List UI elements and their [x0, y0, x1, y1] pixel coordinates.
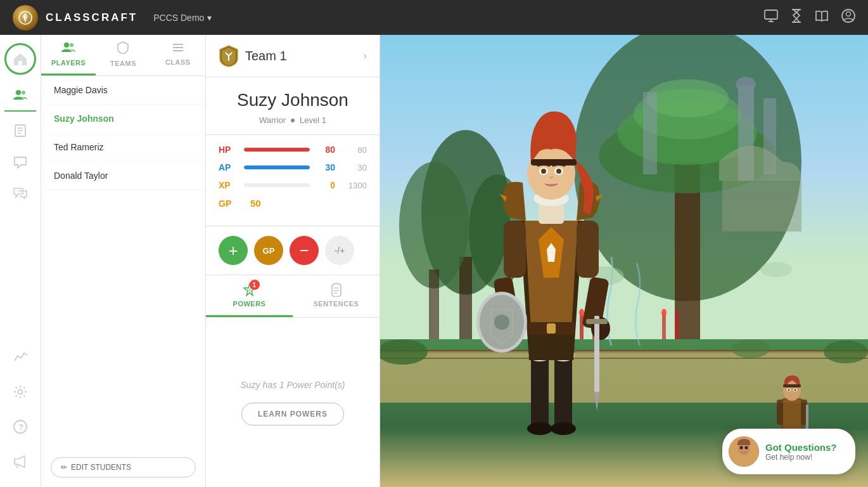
svg-point-50 — [732, 339, 770, 358]
svg-rect-73 — [586, 319, 608, 324]
help-bubble[interactable]: Got Questions? Get help now! — [722, 429, 855, 474]
powers-content: Suzy has 1 Power Point(s) LEARN POWERS — [206, 318, 380, 487]
user-profile-icon[interactable] — [841, 9, 855, 26]
sidebar-item-analytics[interactable] — [4, 341, 36, 373]
demo-selector[interactable]: PCCS Demo ▾ — [153, 13, 212, 23]
tab-players[interactable]: PLAYERS — [41, 35, 96, 75]
hp-max: 80 — [341, 145, 367, 155]
sub-tab-powers[interactable]: 1 POWERS — [206, 275, 293, 317]
svg-rect-67 — [577, 221, 599, 278]
svg-point-18 — [70, 43, 73, 47]
svg-point-65 — [551, 422, 576, 435]
svg-point-17 — [64, 42, 69, 48]
svg-point-58 — [661, 309, 667, 316]
stats-section: HP 80 80 AP 30 30 XP 0 — [206, 135, 380, 226]
sidebar: ? — [0, 35, 41, 487]
powers-tab-label: POWERS — [233, 300, 266, 308]
help-sub-text: Get help now! — [765, 453, 837, 462]
xp-max: 1300 — [341, 181, 367, 190]
svg-rect-36 — [722, 181, 801, 231]
ap-current: 30 — [316, 162, 335, 172]
help-main-text: Got Questions? — [765, 442, 837, 453]
svg-rect-59 — [675, 311, 679, 339]
svg-point-102 — [740, 446, 743, 450]
svg-point-6 — [846, 12, 851, 16]
sidebar-item-scroll[interactable] — [4, 115, 36, 146]
sidebar-item-help[interactable]: ? — [4, 411, 36, 443]
character-name: Suzy Johnson — [219, 90, 367, 110]
svg-point-33 — [736, 77, 756, 92]
brand-name: CLASSCRAFT — [46, 11, 137, 24]
svg-rect-86 — [547, 323, 556, 334]
svg-point-98 — [795, 389, 796, 391]
help-avatar — [729, 436, 759, 467]
sub-tabs: 1 POWERS SENTENCES — [206, 275, 380, 318]
svg-point-64 — [527, 422, 552, 435]
action-buttons: + GP − -/+ — [206, 226, 380, 275]
screen-icon[interactable] — [764, 10, 778, 25]
svg-point-83 — [541, 169, 546, 174]
hourglass-icon[interactable] — [791, 9, 802, 26]
team-chevron-icon[interactable]: › — [364, 50, 367, 62]
gp-value: 50 — [250, 198, 261, 209]
stat-label-ap: AP — [219, 162, 238, 172]
tab-class[interactable]: CLASS — [151, 35, 205, 75]
sidebar-item-chat[interactable] — [4, 146, 36, 178]
book-icon[interactable] — [815, 10, 829, 25]
gp-button[interactable]: GP — [254, 236, 283, 265]
teams-tab-icon — [117, 41, 129, 57]
logo-area: CLASSCRAFT — [13, 5, 137, 30]
svg-point-48 — [824, 341, 868, 363]
player-item-suzy[interactable]: Suzy Johnson — [41, 105, 205, 133]
svg-point-97 — [788, 389, 790, 391]
stat-row-xp: XP 0 1300 — [219, 180, 367, 190]
player-list: Maggie Davis Suzy Johnson Ted Rameriz Do… — [41, 76, 205, 448]
svg-rect-91 — [777, 399, 783, 425]
svg-rect-94 — [783, 384, 801, 387]
svg-point-103 — [745, 446, 748, 450]
character-class: Warrior — [259, 115, 286, 125]
svg-point-7 — [16, 90, 21, 95]
sidebar-item-players[interactable] — [4, 80, 36, 112]
svg-point-52 — [760, 262, 792, 277]
powers-icon-wrapper: 1 — [243, 283, 257, 297]
character-class-info: Warrior Level 1 — [219, 115, 367, 125]
player-item-donald[interactable]: Donald Taylor — [41, 162, 205, 190]
svg-rect-61 — [554, 354, 572, 430]
svg-rect-57 — [662, 314, 666, 339]
sidebar-item-home[interactable] — [4, 43, 36, 75]
xp-current: 0 — [316, 180, 335, 190]
sub-tab-sentences[interactable]: SENTENCES — [293, 275, 380, 317]
edit-students-button[interactable]: ✏ EDIT STUDENTS — [51, 457, 196, 477]
help-text-area: Got Questions? Get help now! — [765, 442, 837, 462]
adjust-button[interactable]: -/+ — [325, 236, 354, 265]
sidebar-item-settings[interactable] — [4, 376, 36, 408]
stat-row-gp: GP 50 — [219, 198, 367, 209]
ap-bar-container — [244, 166, 310, 169]
team-name: Team 1 — [245, 49, 287, 63]
stat-row-ap: AP 30 30 — [219, 162, 367, 172]
learn-powers-button[interactable]: LEARN POWERS — [241, 403, 344, 425]
power-points-text: Suzy has 1 Power Point(s) — [241, 380, 345, 390]
player-item-maggie[interactable]: Maggie Davis — [41, 76, 205, 105]
svg-point-31 — [646, 79, 729, 117]
remove-button[interactable]: − — [290, 236, 319, 265]
header-right-icons — [764, 9, 855, 26]
stat-label-xp: XP — [219, 180, 238, 190]
add-button[interactable]: + — [219, 236, 248, 265]
sidebar-item-announce[interactable] — [4, 446, 36, 477]
stat-label-hp: HP — [219, 145, 238, 155]
svg-rect-72 — [594, 316, 599, 392]
powers-badge: 1 — [250, 280, 260, 290]
game-view: Got Questions? Get help now! — [380, 35, 868, 487]
svg-point-13 — [18, 390, 23, 394]
xp-bar-container — [244, 183, 310, 187]
main-content: PLAYERS TEAMS CLASS — [41, 35, 868, 487]
sidebar-item-comments[interactable] — [4, 178, 36, 210]
svg-rect-90 — [783, 399, 801, 431]
player-item-ted[interactable]: Ted Rameriz — [41, 133, 205, 162]
players-tab-icon — [61, 42, 75, 56]
logo-icon — [13, 5, 38, 30]
tab-teams[interactable]: TEAMS — [96, 35, 150, 75]
team-header: Team 1 › — [206, 35, 380, 77]
